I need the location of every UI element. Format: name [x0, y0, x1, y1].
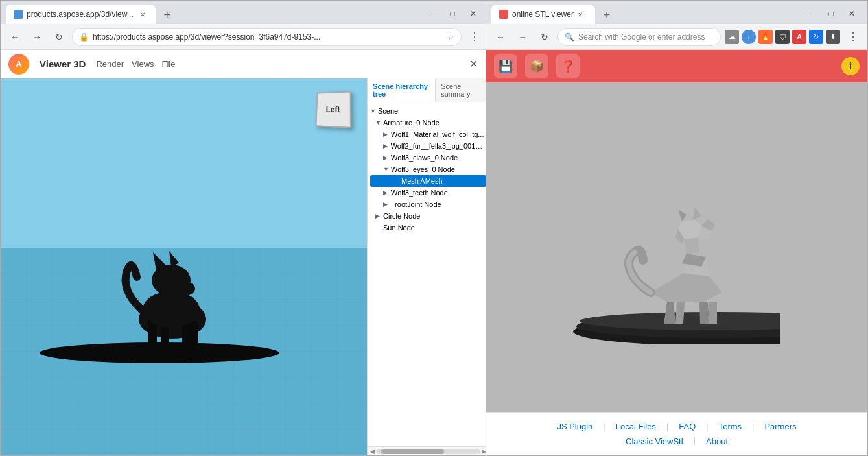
right-active-tab[interactable]: online STL viewer ✕: [491, 5, 595, 24]
tree-label-wolf3eyes: Wolf3_eyes_0 Node: [391, 165, 455, 173]
footer-link-classic-viewstl[interactable]: Classic ViewStl: [620, 435, 688, 448]
scroll-left-arrow[interactable]: ◀: [369, 448, 376, 455]
left-tab-bar: products.aspose.app/3d/view... ✕ + ─ □ ✕: [1, 1, 489, 24]
wolf-3d-model-left: [114, 219, 231, 357]
forward-button[interactable]: →: [28, 28, 46, 46]
render-menu[interactable]: Render: [96, 59, 124, 69]
tree-item-sun[interactable]: Sun Node: [368, 222, 489, 234]
scene-panel-tabs: Scene hierarchy tree Scene summary: [368, 78, 489, 102]
viewer-main-content: Left: [1, 78, 489, 455]
tree-label-scene: Scene: [378, 107, 398, 115]
footer-link-partners[interactable]: Partners: [759, 420, 801, 433]
footer-link-terms[interactable]: Terms: [714, 420, 747, 433]
tree-label-circle: Circle Node: [383, 212, 420, 220]
right-window-controls: ─ □ ✕: [800, 6, 867, 24]
window-control-buttons: ─ □ ✕: [421, 6, 484, 21]
ext-btn-2[interactable]: ↓: [742, 30, 756, 44]
viewer-menu-bar: Render Views File: [96, 59, 175, 69]
svg-marker-19: [675, 302, 685, 324]
svg-point-8: [169, 281, 195, 296]
tree-item-circle[interactable]: ▶ Circle Node: [368, 210, 489, 222]
right-back-button[interactable]: ←: [491, 28, 510, 46]
tree-arrow-scene: ▼: [370, 108, 378, 114]
help-tool-button[interactable]: ❓: [556, 54, 580, 78]
tree-arrow-wolf1: ▶: [383, 131, 391, 138]
svg-marker-21: [709, 302, 717, 324]
right-search-icon: 🔍: [565, 32, 574, 42]
tree-item-wolf3teeth[interactable]: ▶ Wolf3_teeth Node: [368, 187, 489, 198]
scene-summary-tab[interactable]: Scene summary: [436, 78, 489, 102]
close-button[interactable]: ✕: [463, 6, 484, 21]
box-icon: 📦: [530, 59, 544, 73]
navigation-cube[interactable]: Left: [315, 91, 354, 130]
right-url-bar[interactable]: 🔍 Search with Google or enter address: [557, 28, 721, 46]
footer-link-faq[interactable]: FAQ: [674, 420, 701, 433]
tree-item-wolf3claws[interactable]: ▶ Wolf3_claws_0 Node: [368, 152, 489, 163]
right-minimize-button[interactable]: ─: [800, 6, 821, 21]
viewer-close-button[interactable]: ✕: [465, 56, 481, 72]
scene-tree: ▼ Scene ▼ Armature_0 Node ▶ Wolf1_Materi…: [368, 102, 489, 446]
back-button[interactable]: ←: [6, 28, 24, 46]
footer-link-local-files[interactable]: Local Files: [611, 420, 661, 433]
svg-marker-18: [664, 302, 675, 324]
tree-arrow-wolf3teeth: ▶: [383, 189, 391, 196]
maximize-button[interactable]: □: [442, 6, 463, 21]
tree-item-meshamesh[interactable]: Mesh AMesh: [370, 175, 486, 187]
right-new-tab-button[interactable]: +: [598, 6, 616, 24]
scrollbar-thumb[interactable]: [381, 449, 444, 454]
url-text: https://products.aspose.app/3d/viewer?se…: [93, 32, 443, 42]
footer-link-about[interactable]: About: [701, 435, 733, 448]
right-maximize-button[interactable]: □: [821, 6, 841, 21]
right-footer: JS Plugin | Local Files | FAQ | Terms | …: [486, 412, 867, 455]
tree-item-scene[interactable]: ▼ Scene: [368, 105, 489, 117]
right-forward-button[interactable]: →: [513, 28, 532, 46]
right-close-button[interactable]: ✕: [841, 6, 862, 21]
svg-marker-22: [685, 237, 699, 254]
scene-hierarchy-tab[interactable]: Scene hierarchy tree: [368, 78, 436, 102]
minimize-button[interactable]: ─: [421, 6, 442, 21]
new-tab-button[interactable]: +: [158, 6, 176, 24]
tree-label-wolf3teeth: Wolf3_teeth Node: [391, 189, 448, 197]
footer-link-js-plugin[interactable]: JS Plugin: [552, 420, 598, 433]
ext-btn-3[interactable]: 🔥: [758, 30, 773, 44]
ext-btn-5[interactable]: A: [792, 30, 806, 44]
info-button[interactable]: i: [841, 57, 860, 75]
scrollbar-track[interactable]: [376, 449, 480, 454]
footer-row-1: JS Plugin | Local Files | FAQ | Terms | …: [497, 420, 857, 433]
browser-menu-button[interactable]: ⋮: [465, 28, 484, 46]
tree-arrow-armature0: ▼: [375, 119, 383, 126]
tree-arrow-wolf3claws: ▶: [383, 154, 391, 161]
ext-btn-7[interactable]: ⬇: [826, 30, 840, 44]
tree-label-armature0: Armature_0 Node: [383, 119, 440, 126]
tree-item-armature0[interactable]: ▼ Armature_0 Node: [368, 117, 489, 128]
refresh-button[interactable]: ↻: [50, 28, 68, 46]
right-refresh-button[interactable]: ↻: [535, 28, 554, 46]
viewport-3d[interactable]: Left: [1, 78, 367, 455]
tab-close-button[interactable]: ✕: [137, 9, 148, 19]
lock-icon: 🔒: [79, 32, 89, 42]
tree-label-wolf1: Wolf1_Material_wolf_col_tg...: [391, 130, 484, 138]
save-tool-button[interactable]: 💾: [494, 54, 517, 78]
right-browser-menu-button[interactable]: ⋮: [844, 28, 862, 46]
wolf-3d-model-right: [573, 163, 780, 347]
file-menu[interactable]: File: [162, 59, 176, 69]
svg-marker-15: [651, 273, 722, 302]
right-tab-close[interactable]: ✕: [578, 11, 583, 18]
scene-scrollbar[interactable]: ◀ ▶: [368, 446, 489, 455]
left-active-tab[interactable]: products.aspose.app/3d/view... ✕: [6, 5, 156, 24]
tree-item-wolf3eyes[interactable]: ▼ Wolf3_eyes_0 Node: [368, 163, 489, 175]
right-viewport-3d[interactable]: [486, 82, 867, 412]
tree-item-wolf2[interactable]: ▶ Wolf2_fur__fella3_jpg_001_0...: [368, 140, 489, 152]
tree-item-rootjoint[interactable]: ▶ _rootJoint Node: [368, 198, 489, 210]
tree-label-wolf2: Wolf2_fur__fella3_jpg_001_0...: [391, 142, 486, 150]
url-bar[interactable]: 🔒 https://products.aspose.app/3d/viewer?…: [72, 28, 462, 46]
box-tool-button[interactable]: 📦: [525, 54, 548, 78]
ext-btn-1[interactable]: ☁: [725, 30, 739, 44]
scene-hierarchy-panel: Scene hierarchy tree Scene summary ▼ Sce…: [367, 78, 489, 455]
ext-btn-4[interactable]: 🛡: [775, 30, 790, 44]
views-menu[interactable]: Views: [132, 59, 154, 69]
tree-label-wolf3claws: Wolf3_claws_0 Node: [391, 154, 458, 162]
tree-item-wolf1[interactable]: ▶ Wolf1_Material_wolf_col_tg...: [368, 128, 489, 140]
ext-btn-6[interactable]: ↻: [809, 30, 823, 44]
right-window-control-buttons: ─ □ ✕: [800, 6, 862, 21]
